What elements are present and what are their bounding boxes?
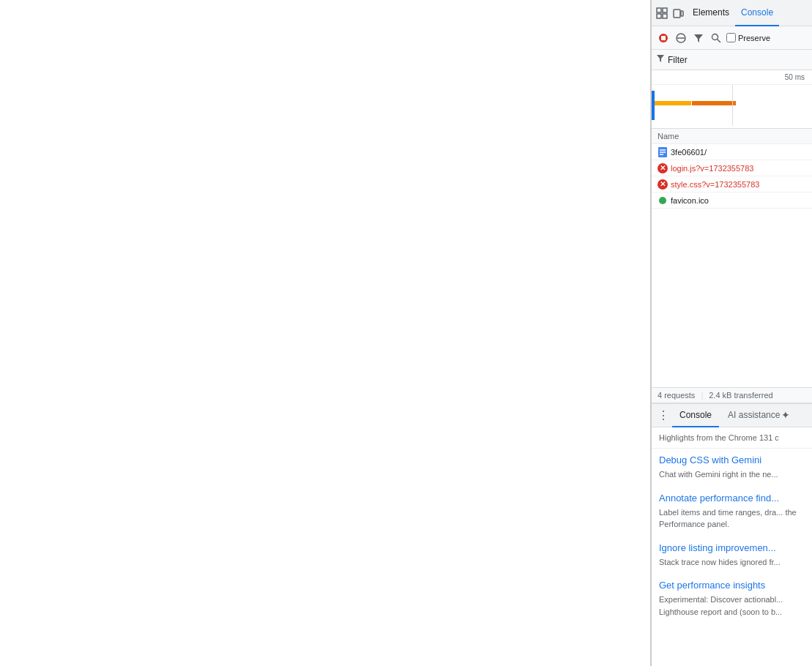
filter-icon [656, 54, 665, 65]
network-row-js[interactable]: ✕ login.js?v=1732355783 [652, 160, 812, 176]
row-name-favicon: favicon.ico [671, 196, 709, 205]
row-name-doc: 3fe06601/ [671, 148, 707, 157]
network-row-css[interactable]: ✕ style.css?v=1732355783 [652, 176, 812, 192]
timeline-bars [652, 85, 812, 126]
timeline-divider [732, 85, 733, 126]
main-page-area [0, 0, 651, 666]
filter-label: Filter [668, 55, 688, 65]
requests-count: 4 requests [658, 391, 695, 400]
data-transferred: 2.4 kB transferred [709, 391, 772, 400]
doc-icon [658, 147, 668, 157]
highlight-desc-ignore: Stack trace now hides ignored fr... [659, 556, 805, 569]
devtools-panel: Elements Console [651, 0, 812, 666]
highlight-ignore-listing: Ignore listing improvemen... Stack trace… [659, 542, 805, 569]
timeline-blue-indicator [652, 91, 655, 120]
ai-icon: ✦ [781, 409, 790, 421]
timeline-ms-label: 50 ms [785, 73, 805, 81]
highlight-desc-performance: Experimental: Discover actionabl... Ligh… [659, 594, 805, 618]
console-tab-bar: ⋮ Console AI assistance ✦ [652, 404, 812, 427]
stop-recording-button[interactable] [656, 31, 671, 45]
highlight-title-performance[interactable]: Get performance insights [659, 580, 805, 591]
tab-console-bottom[interactable]: Console [672, 404, 719, 427]
svg-point-11 [712, 34, 718, 40]
network-row-doc[interactable]: 3fe06601/ [652, 144, 812, 160]
filter-bar: Filter [652, 50, 812, 70]
row-name-css: style.css?v=1732355783 [671, 180, 759, 189]
svg-rect-7 [661, 36, 666, 40]
device-toggle-icon[interactable] [671, 6, 685, 20]
svg-marker-13 [657, 55, 664, 62]
network-status-bar: 4 requests | 2.4 kB transferred [652, 387, 812, 403]
search-button[interactable] [709, 31, 723, 45]
svg-rect-3 [663, 14, 667, 18]
clear-button[interactable] [674, 31, 688, 45]
timeline-header: 50 ms [652, 70, 812, 85]
svg-rect-2 [657, 14, 661, 18]
highlight-performance-insights: Get performance insights Experimental: D… [659, 580, 805, 618]
highlights-content: Debug CSS with Gemini Chat with Gemini r… [652, 449, 812, 666]
tab-elements[interactable]: Elements [687, 0, 735, 26]
network-requests-table: Name 3fe06601/ ✕ login.js?v=1732355783 ✕ [652, 129, 812, 387]
highlight-debug-css: Debug CSS with Gemini Chat with Gemini r… [659, 454, 805, 481]
console-menu-icon[interactable]: ⋮ [656, 408, 671, 423]
svg-rect-4 [674, 10, 680, 18]
timeline-yellow-bar [655, 101, 691, 105]
preserve-log-checkbox[interactable]: Preserve [726, 33, 770, 42]
timeline-area: 50 ms [652, 70, 812, 129]
tab-ai-assistance[interactable]: AI assistance ✦ [720, 404, 797, 427]
status-divider: | [701, 391, 703, 400]
svg-line-12 [718, 39, 721, 42]
error-icon-js: ✕ [658, 163, 668, 173]
highlight-annotate-performance: Annotate performance find... Label items… [659, 493, 805, 531]
highlights-text: Highlights from the Chrome 131 c [652, 427, 812, 449]
row-name-js: login.js?v=1732355783 [671, 164, 753, 173]
svg-rect-0 [657, 8, 661, 12]
highlight-title-ignore[interactable]: Ignore listing improvemen... [659, 542, 805, 553]
filter-network-button[interactable] [691, 31, 706, 45]
network-toolbar: Preserve [652, 26, 812, 50]
highlight-title-annotate[interactable]: Annotate performance find... [659, 493, 805, 504]
svg-marker-10 [694, 34, 703, 42]
svg-rect-5 [681, 11, 683, 16]
error-icon-css: ✕ [658, 179, 668, 190]
highlight-desc-annotate: Label items and time ranges, dra... the … [659, 506, 805, 531]
network-row-favicon[interactable]: favicon.ico [652, 192, 812, 209]
network-table-header: Name [652, 129, 812, 144]
highlight-title-debug-css[interactable]: Debug CSS with Gemini [659, 454, 805, 465]
svg-rect-1 [663, 8, 667, 12]
console-area: ⋮ Console AI assistance ✦ Highlights fro… [652, 403, 812, 666]
devtools-tab-bar: Elements Console [652, 0, 812, 26]
tab-console[interactable]: Console [735, 0, 779, 26]
timeline-orange-bar [692, 101, 736, 105]
highlight-desc-debug-css: Chat with Gemini right in the ne... [659, 468, 805, 481]
success-icon-favicon [658, 195, 668, 206]
inspect-icon[interactable] [655, 6, 669, 20]
